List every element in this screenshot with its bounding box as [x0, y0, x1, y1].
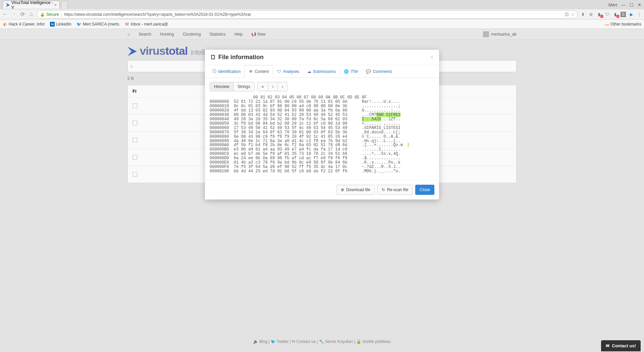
lastpass-extension-icon[interactable]: ▮2 — [596, 12, 602, 17]
bookmark-item[interactable]: ◐Hack 4 Career. Infor — [3, 22, 45, 27]
close-icon[interactable]: × — [54, 3, 57, 7]
browser-chrome: VirusTotal Intelligence - V × Mert — ☐ ✕… — [0, 0, 644, 29]
new-tab-button[interactable] — [61, 1, 68, 9]
minimize-icon[interactable]: — — [621, 2, 626, 7]
bookmarks-bar: ◐Hack 4 Career. Infor inLinkedIn 🐦Mert S… — [0, 19, 644, 29]
reload-icon[interactable]: ⟳ — [19, 11, 25, 17]
extension-icon-2[interactable]: S — [621, 12, 626, 17]
home-icon[interactable]: ⌂ — [28, 11, 34, 17]
folder-icon: ▬ — [605, 22, 609, 27]
browser-tab[interactable]: VirusTotal Intelligence - V × — [3, 1, 60, 9]
tab-title: VirusTotal Intelligence - V — [11, 0, 53, 10]
svg-marker-0 — [6, 3, 10, 7]
user-chip[interactable]: Mert — [608, 2, 617, 7]
back-icon[interactable]: ← — [2, 11, 8, 17]
twitter-icon: 🐦 — [77, 22, 82, 27]
extension-icon[interactable]: ⬇ — [580, 12, 586, 17]
vt-extension-icon[interactable]: ▶ — [629, 12, 634, 17]
omnibox[interactable]: 🔒 Secure | https://www.virustotal.com/in… — [37, 10, 578, 18]
menu-icon[interactable]: ⋮ — [637, 12, 642, 17]
secure-lock-icon: 🔒 Secure — [40, 12, 59, 17]
gmail-icon: M — [124, 22, 129, 27]
noscript-extension-icon[interactable]: ⊘ — [588, 12, 594, 17]
ublock-extension-icon[interactable]: ▮2 — [612, 12, 618, 17]
tab-strip: VirusTotal Intelligence - V × Mert — ☐ ✕ — [0, 0, 644, 9]
bookmark-item[interactable]: inLinkedIn — [50, 22, 71, 27]
address-bar: ← → ⟳ ⌂ 🔒 Secure | https://www.virustota… — [0, 9, 644, 19]
forward-icon[interactable]: → — [11, 11, 17, 17]
other-bookmarks[interactable]: ▬Other bookmarks — [605, 22, 641, 27]
star-icon[interactable]: ☆ — [571, 12, 575, 17]
close-window-icon[interactable]: ✕ — [638, 2, 641, 7]
bookmark-item[interactable]: 🐦Mert SARICA (merts — [77, 22, 119, 27]
url-text: https://www.virustotal.com/intelligence/… — [64, 12, 563, 17]
bookmark-item[interactable]: MInbox - mert.sarica@ — [124, 22, 168, 27]
hack4career-icon: ◐ — [3, 22, 7, 27]
separator: | — [61, 12, 62, 17]
virustotal-favicon-icon — [6, 3, 10, 7]
linkedin-icon: in — [50, 22, 55, 27]
maximize-icon[interactable]: ☐ — [630, 2, 634, 7]
key-icon[interactable]: ⚿ — [565, 12, 569, 17]
adguard-extension-icon[interactable]: 🛡 — [604, 12, 610, 17]
